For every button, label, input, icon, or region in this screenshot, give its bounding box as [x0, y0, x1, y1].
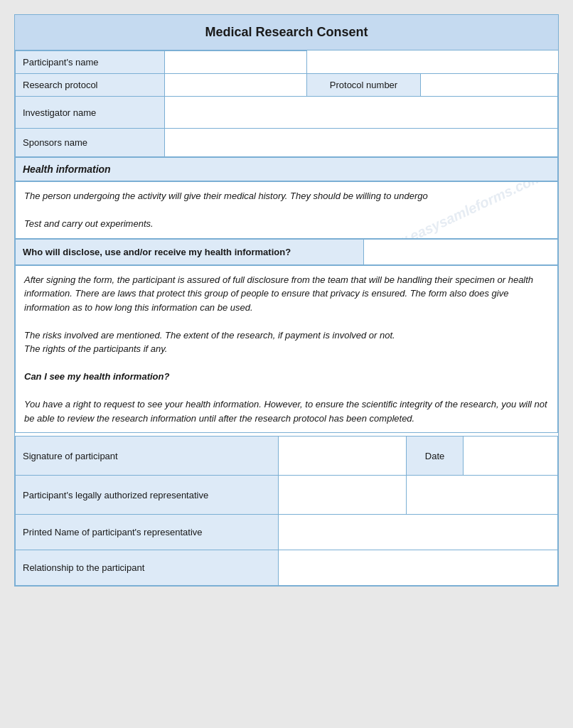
protocol-number-value[interactable]: [421, 74, 558, 97]
question2-label: Can I see my health information?: [24, 370, 549, 384]
disclosure-text: After signing the form, the participant …: [24, 273, 549, 315]
question1-cell: Who will disclose, use and/or receive my…: [16, 239, 364, 264]
form-title: Medical Research Consent: [15, 15, 558, 50]
disclosure-text-section: After signing the form, the participant …: [15, 265, 558, 434]
investigator-name-row: Investigator name: [16, 97, 558, 129]
health-info-text1: The person undergoing the activity will …: [24, 189, 549, 203]
participant-name-row: Participant's name: [16, 51, 558, 74]
signature-label: Signature of participant: [16, 437, 279, 476]
participant-name-value[interactable]: [165, 51, 307, 74]
printed-name-row: Printed Name of participant's representa…: [16, 515, 558, 550]
investigator-name-label: Investigator name: [16, 97, 165, 129]
authorized-rep-date-value[interactable]: [407, 476, 558, 515]
signature-value[interactable]: [279, 437, 407, 476]
participant-name-label: Participant's name: [16, 51, 165, 74]
protocol-number-label: Protocol number: [307, 74, 421, 97]
authorized-rep-sig-value[interactable]: [279, 476, 407, 515]
authorized-rep-row: Participant's legally authorized represe…: [16, 476, 558, 515]
printed-name-label: Printed Name of participant's representa…: [16, 515, 279, 550]
investigator-name-value[interactable]: [165, 97, 558, 129]
question1-label: Who will disclose, use and/or receive my…: [23, 247, 291, 257]
date-value[interactable]: [464, 437, 558, 476]
sponsors-name-value[interactable]: [165, 129, 558, 157]
question1-table: Who will disclose, use and/or receive my…: [15, 239, 558, 265]
relationship-label: Relationship to the participant: [16, 550, 279, 586]
research-protocol-row: Research protocol Protocol number: [16, 74, 558, 97]
relationship-value[interactable]: [279, 550, 558, 586]
top-fields-table: Participant's name Research protocol Pro…: [15, 50, 558, 157]
authorized-rep-label: Participant's legally authorized represe…: [16, 476, 279, 515]
question1-row: Who will disclose, use and/or receive my…: [16, 239, 558, 264]
signature-table: Signature of participant Date Participan…: [15, 436, 558, 586]
research-protocol-value[interactable]: [165, 74, 307, 97]
signature-row: Signature of participant Date: [16, 437, 558, 476]
printed-name-value[interactable]: [279, 515, 558, 550]
risks-text2: The rights of the participants if any.: [24, 342, 549, 356]
health-access-text: You have a right to request to see your …: [24, 397, 549, 425]
question1-value[interactable]: [364, 239, 558, 264]
health-info-header: Health information: [15, 157, 558, 181]
form-container: Medical Research Consent Participant's n…: [14, 14, 559, 587]
sponsors-name-label: Sponsors name: [16, 129, 165, 157]
research-protocol-label: Research protocol: [16, 74, 165, 97]
health-info-text: The person undergoing the activity will …: [15, 181, 558, 239]
sponsors-name-row: Sponsors name: [16, 129, 558, 157]
date-label: Date: [407, 437, 464, 476]
relationship-row: Relationship to the participant: [16, 550, 558, 586]
health-info-text2: Test and carry out experiments.: [24, 217, 549, 231]
risks-text1: The risks involved are mentioned. The ex…: [24, 328, 549, 343]
